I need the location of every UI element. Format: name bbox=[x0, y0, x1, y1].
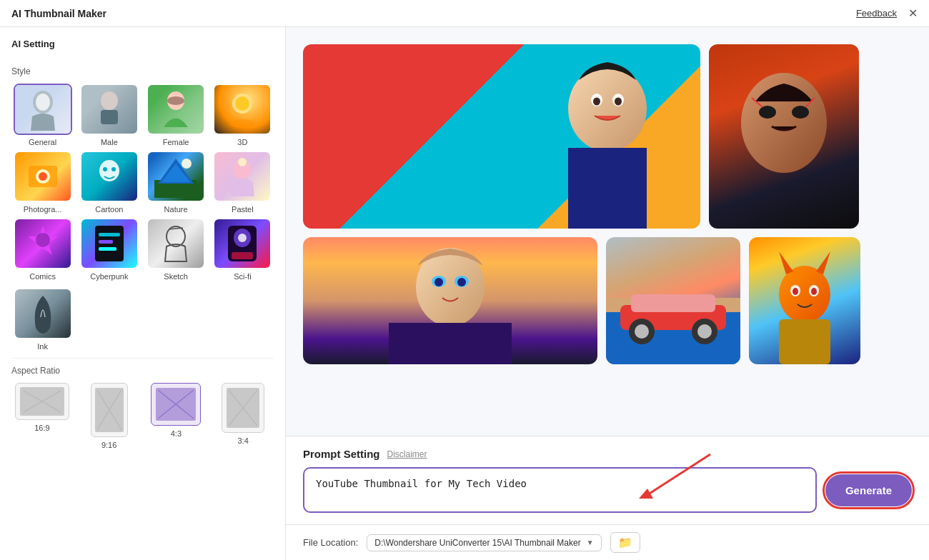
style-thumb-ink bbox=[14, 288, 72, 339]
style-item-3d[interactable]: 3D bbox=[212, 84, 274, 146]
svg-point-55 bbox=[434, 278, 443, 286]
style-img-cartoon bbox=[81, 152, 137, 201]
style-img-nature bbox=[148, 152, 204, 201]
aspect-item-4-3[interactable]: 4:3 bbox=[146, 383, 207, 449]
style-label-comics: Comics bbox=[29, 272, 56, 281]
svg-point-63 bbox=[635, 324, 649, 339]
svg-point-45 bbox=[593, 98, 600, 106]
style-item-male[interactable]: Male bbox=[78, 84, 140, 146]
svg-point-13 bbox=[103, 167, 107, 171]
svg-rect-73 bbox=[779, 319, 830, 364]
prompt-title: Prompt Setting bbox=[303, 448, 380, 460]
prompt-header: Prompt Setting Disclaimer bbox=[303, 448, 912, 460]
title-bar: AI Thumbnail Maker Feedback ✕ bbox=[0, 0, 929, 27]
preview-image-side[interactable] bbox=[709, 44, 859, 229]
style-item-cartoon[interactable]: Cartoon bbox=[78, 151, 140, 214]
main-layout: AI Setting Style General bbox=[0, 27, 929, 560]
preview-row-bottom bbox=[303, 237, 912, 364]
style-item-comics[interactable]: Comics bbox=[11, 218, 74, 281]
style-img-male bbox=[81, 85, 137, 134]
svg-point-22 bbox=[36, 233, 50, 247]
aspect-label-3-4: 3:4 bbox=[237, 436, 248, 445]
style-item-female[interactable]: Female bbox=[145, 84, 207, 146]
style-item-cyberpunk[interactable]: Cyberpunk bbox=[78, 218, 140, 281]
style-item-general[interactable]: General bbox=[11, 84, 74, 146]
style-item-scifi[interactable]: Sci-fi bbox=[212, 218, 274, 281]
right-panel: Prompt Setting Disclaimer Generate bbox=[286, 27, 929, 560]
generate-button[interactable]: Generate bbox=[825, 474, 912, 506]
style-thumb-sketch bbox=[146, 218, 205, 269]
style-label-general: General bbox=[29, 138, 56, 146]
style-thumb-female bbox=[146, 84, 205, 135]
file-path-select[interactable]: D:\Wondershare UniConverter 15\AI Thumbn… bbox=[367, 534, 601, 551]
svg-point-46 bbox=[615, 98, 622, 106]
style-item-pastel[interactable]: Pastel bbox=[212, 151, 274, 214]
aspect-label-4-3: 4:3 bbox=[171, 429, 182, 438]
preview-row-top bbox=[303, 44, 912, 229]
ai-setting-label: AI Setting bbox=[11, 39, 274, 49]
svg-point-71 bbox=[793, 288, 798, 295]
style-thumb-nature bbox=[146, 151, 205, 202]
disclaimer-link[interactable]: Disclaimer bbox=[387, 449, 427, 459]
aspect-item-3-4[interactable]: 3:4 bbox=[212, 383, 274, 449]
style-item-photographic[interactable]: Photogra... bbox=[11, 151, 74, 214]
feedback-link[interactable]: Feedback bbox=[856, 8, 897, 19]
style-label-photographic: Photogra... bbox=[24, 205, 62, 214]
style-thumb-photographic bbox=[14, 151, 72, 202]
svg-rect-61 bbox=[631, 294, 715, 312]
svg-marker-67 bbox=[779, 251, 793, 274]
style-thumb-3d bbox=[213, 84, 272, 135]
style-label: Style bbox=[11, 66, 274, 76]
svg-point-72 bbox=[811, 288, 817, 295]
prompt-section: Prompt Setting Disclaimer Generate bbox=[286, 436, 929, 524]
style-label-female: Female bbox=[163, 138, 189, 146]
svg-rect-57 bbox=[389, 323, 512, 364]
close-button[interactable]: ✕ bbox=[908, 6, 918, 20]
svg-rect-26 bbox=[99, 247, 116, 251]
preview-area bbox=[286, 27, 929, 436]
folder-button[interactable]: 📁 bbox=[610, 532, 640, 553]
preview-image-b1[interactable] bbox=[303, 237, 597, 364]
svg-point-1 bbox=[36, 94, 50, 111]
style-img-ink bbox=[15, 289, 71, 338]
style-grid: General Male Female bbox=[11, 84, 274, 281]
app-title: AI Thumbnail Maker bbox=[11, 8, 106, 19]
aspect-label-16-9: 16:9 bbox=[34, 424, 49, 432]
style-label-cyberpunk: Cyberpunk bbox=[90, 272, 128, 281]
aspect-inner-16-9 bbox=[20, 387, 64, 416]
style-thumb-general bbox=[14, 84, 72, 135]
svg-point-14 bbox=[111, 167, 116, 171]
style-thumb-cyberpunk bbox=[80, 218, 139, 269]
style-grid-ink: Ink bbox=[11, 288, 274, 351]
svg-point-20 bbox=[238, 158, 247, 166]
style-label-3d: 3D bbox=[237, 138, 247, 146]
prompt-input-row: Generate bbox=[303, 467, 912, 513]
preview-image-b3[interactable] bbox=[749, 237, 860, 364]
aspect-item-9-16[interactable]: 9:16 bbox=[79, 383, 140, 449]
svg-point-7 bbox=[235, 96, 249, 111]
style-label-male: Male bbox=[101, 138, 118, 146]
preview-image-b2[interactable] bbox=[606, 237, 740, 364]
folder-icon: 📁 bbox=[618, 536, 632, 549]
svg-point-66 bbox=[779, 266, 830, 323]
aspect-inner-3-4 bbox=[227, 388, 259, 428]
aspect-ratio-grid: 16:9 9:16 4:3 bbox=[11, 383, 274, 449]
style-item-sketch[interactable]: Sketch bbox=[145, 218, 207, 281]
aspect-box-16-9 bbox=[15, 383, 69, 420]
aspect-item-16-9[interactable]: 16:9 bbox=[11, 383, 73, 449]
style-item-ink[interactable]: Ink bbox=[11, 288, 74, 351]
svg-rect-42 bbox=[568, 148, 647, 229]
style-thumb-comics bbox=[14, 218, 72, 269]
aspect-ratio-label: Aspect Ratio bbox=[11, 366, 274, 376]
style-img-3d bbox=[214, 85, 270, 134]
prompt-input[interactable] bbox=[303, 467, 817, 513]
svg-rect-25 bbox=[99, 240, 113, 244]
style-item-nature[interactable]: Nature bbox=[145, 151, 207, 214]
svg-rect-24 bbox=[99, 233, 120, 236]
style-label-sketch: Sketch bbox=[164, 272, 188, 281]
aspect-inner-9-16 bbox=[95, 388, 124, 432]
svg-point-48 bbox=[759, 106, 776, 119]
file-bar: File Location: D:\Wondershare UniConvert… bbox=[286, 524, 929, 560]
preview-image-main[interactable] bbox=[303, 44, 700, 229]
generate-btn-wrapper: Generate bbox=[825, 474, 912, 506]
